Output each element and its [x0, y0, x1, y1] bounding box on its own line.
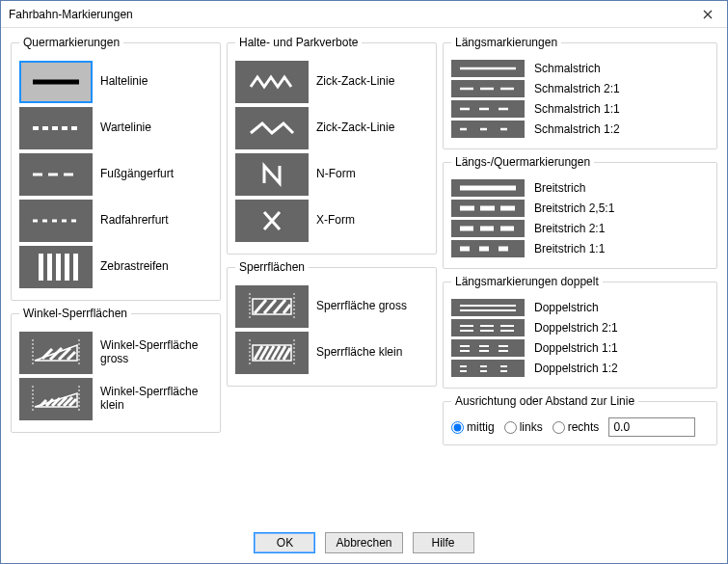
radio-rechts[interactable]: rechts: [553, 420, 600, 434]
breitstrich-11-icon: [451, 240, 525, 257]
content: Quermarkierungen Haltelinie Wartelinie: [1, 28, 727, 528]
item-sperr-klein[interactable]: Sperrfläche klein: [235, 332, 428, 374]
group-laengsmarkierungen: Längsmarkierungen Schmalstrich Schmalstr…: [443, 36, 717, 149]
breitstrich-251-icon: [451, 200, 525, 217]
item-nform[interactable]: N-Form: [235, 153, 428, 196]
item-fussgaengerfurt[interactable]: Fußgängerfurt: [19, 153, 212, 196]
group-legend: Längs-/Quermarkierungen: [451, 155, 594, 169]
schmalstrich-11-icon: [451, 100, 525, 118]
fussgaengerfurt-icon: [19, 153, 93, 196]
schmalstrich-icon: [451, 60, 525, 77]
doppelstrich-21-icon: [451, 319, 525, 336]
ok-button[interactable]: OK: [254, 532, 315, 553]
group-sperrflaechen: Sperrflächen Sperrfläche gr: [227, 260, 437, 387]
item-schmalstrich-21[interactable]: Schmalstrich 2:1: [451, 80, 709, 97]
wartelinie-icon: [19, 107, 93, 149]
dialog-window: Fahrbahn-Markierungen Quermarkierungen H…: [0, 0, 728, 564]
item-doppelstrich[interactable]: Doppelstrich: [451, 299, 709, 316]
radio-mittig[interactable]: mittig: [451, 420, 495, 434]
sperr-klein-icon: [235, 332, 309, 374]
item-breitstrich-11[interactable]: Breitstrich 1:1: [451, 240, 709, 257]
group-winkel-sperrflaechen: Winkel-Sperrflächen Winkel-: [11, 307, 221, 433]
group-legend: Winkel-Sperrflächen: [19, 307, 131, 320]
radio-links[interactable]: links: [504, 420, 543, 434]
group-halte-parkverbote: Halte- und Parkverbote Zick-Zack-Linie Z…: [227, 36, 437, 255]
item-winkel-gross[interactable]: Winkel-Sperrfläche gross: [19, 332, 212, 374]
haltelinie-icon: [19, 61, 93, 103]
svg-line-13: [67, 352, 75, 360]
item-schmalstrich[interactable]: Schmalstrich: [451, 60, 709, 77]
nform-icon: [235, 153, 309, 196]
help-button[interactable]: Hilfe: [413, 532, 474, 553]
cancel-button[interactable]: Abbrechen: [325, 532, 402, 553]
item-breitstrich-251[interactable]: Breitstrich 2,5:1: [451, 200, 709, 217]
schmalstrich-12-icon: [451, 121, 525, 138]
close-button[interactable]: [688, 1, 727, 28]
sperr-gross-icon: [235, 285, 309, 328]
item-doppelstrich-12[interactable]: Doppelstrich 1:2: [451, 360, 709, 377]
item-schmalstrich-12[interactable]: Schmalstrich 1:2: [451, 121, 709, 138]
group-laengs-quermarkierungen: Längs-/Quermarkierungen Breitstrich Brei…: [443, 155, 717, 269]
doppelstrich-11-icon: [451, 339, 525, 357]
close-icon: [703, 10, 713, 19]
group-ausrichtung: Ausrichtung oder Abstand zur Linie mitti…: [443, 394, 717, 445]
item-doppelstrich-11[interactable]: Doppelstrich 1:1: [451, 339, 709, 357]
item-winkel-klein[interactable]: Winkel-Sperrfläche klein: [19, 378, 212, 420]
item-radfahrerfurt[interactable]: Radfahrerfurt: [19, 200, 212, 242]
winkel-klein-icon: [19, 378, 93, 420]
zickzack-dense-icon: [235, 61, 309, 103]
svg-line-17: [40, 400, 46, 406]
button-bar: OK Abbrechen Hilfe: [1, 528, 727, 563]
item-zickzack2[interactable]: Zick-Zack-Linie: [235, 107, 428, 149]
zickzack-wide-icon: [235, 107, 309, 149]
winkel-gross-icon: [19, 332, 93, 374]
group-legend: Längsmarkierungen: [451, 36, 561, 49]
item-zebrastreifen[interactable]: Zebrastreifen: [19, 246, 212, 288]
svg-rect-5: [47, 254, 52, 281]
doppelstrich-icon: [451, 299, 525, 316]
group-legend: Halte- und Parkverbote: [235, 36, 362, 49]
schmalstrich-21-icon: [451, 80, 525, 97]
group-quermarkierungen: Quermarkierungen Haltelinie Wartelinie: [11, 36, 221, 301]
item-doppelstrich-21[interactable]: Doppelstrich 2:1: [451, 319, 709, 336]
group-laengs-doppelt: Längsmarkierungen doppelt Doppelstrich D…: [443, 275, 717, 389]
item-schmalstrich-11[interactable]: Schmalstrich 1:1: [451, 100, 709, 118]
xform-icon: [235, 200, 309, 242]
svg-rect-7: [65, 254, 69, 281]
zebrastreifen-icon: [19, 246, 93, 288]
window-title: Fahrbahn-Markierungen: [9, 8, 688, 21]
item-zickzack1[interactable]: Zick-Zack-Linie: [235, 61, 428, 103]
svg-rect-8: [73, 254, 78, 281]
item-wartelinie[interactable]: Wartelinie: [19, 107, 212, 149]
svg-line-29: [283, 305, 290, 313]
radfahrerfurt-icon: [19, 200, 93, 242]
svg-rect-4: [39, 254, 43, 281]
group-legend: Längsmarkierungen doppelt: [451, 275, 603, 288]
group-legend: Sperrflächen: [235, 260, 309, 274]
doppelstrich-12-icon: [451, 360, 525, 377]
item-breitstrich[interactable]: Breitstrich: [451, 179, 709, 197]
item-haltelinie[interactable]: Haltelinie: [19, 61, 212, 103]
item-breitstrich-21[interactable]: Breitstrich 2:1: [451, 220, 709, 237]
group-legend: Ausrichtung oder Abstand zur Linie: [451, 394, 638, 408]
item-xform[interactable]: X-Form: [235, 200, 428, 242]
offset-input[interactable]: [608, 417, 695, 437]
item-sperr-gross[interactable]: Sperrfläche gross: [235, 285, 428, 328]
group-legend: Quermarkierungen: [19, 36, 123, 49]
svg-rect-6: [56, 254, 61, 281]
breitstrich-icon: [451, 179, 525, 197]
breitstrich-21-icon: [451, 220, 525, 237]
titlebar: Fahrbahn-Markierungen: [1, 1, 727, 28]
